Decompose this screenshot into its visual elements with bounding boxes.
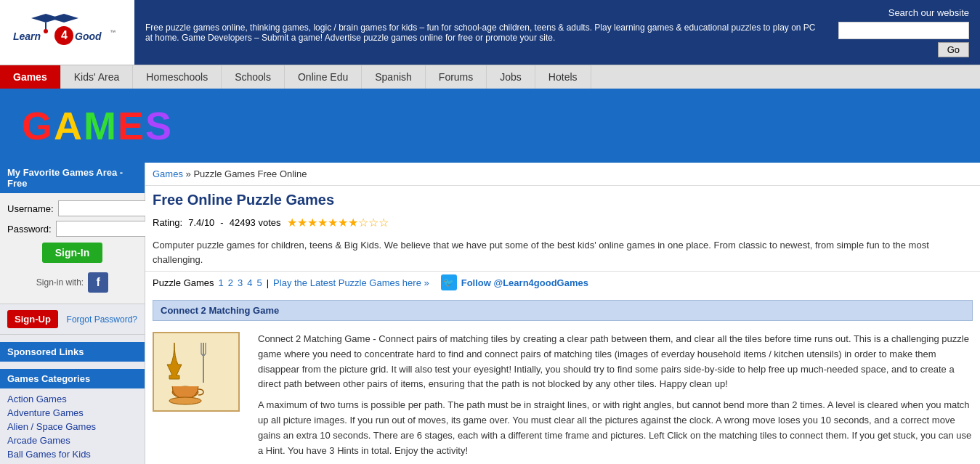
rating-area: Rating: 7.4/10 - 42493 votes ★★★★★★★☆☆☆ [145,211,980,234]
description-text: Computer puzzle games for children, teen… [153,240,929,265]
category-ball-games[interactable]: Ball Games for Kids [7,447,137,461]
puzzle-page-2[interactable]: 2 [228,277,233,288]
forgot-password-link[interactable]: Forgot Password? [67,314,137,325]
fav-games-header: My Favorite Games Area - Free [0,163,145,193]
nav-item-homeschools[interactable]: Homeschools [133,65,222,89]
svg-text:Good: Good [75,30,102,42]
logo-area: Learn 4 Good ™ [0,0,134,65]
search-input[interactable] [838,22,969,39]
star-rating: ★★★★★★★☆☆☆ [287,216,389,229]
breadcrumb-current: Puzzle Games Free Online [193,168,307,179]
signup-area: Sign-Up Forgot Password? [0,304,145,335]
main-layout: My Favorite Games Area - Free Username: … [0,163,980,464]
rating-votes: 42493 votes [230,217,281,228]
search-area: Search our website Go [827,0,980,65]
game-description-area: Computer puzzle games for children, teen… [145,234,980,272]
nav-item-forums[interactable]: Forums [426,65,487,89]
category-arcade-games[interactable]: Arcade Games [7,434,137,447]
game-content: Connect 2 Matching Game - Connect pairs … [145,325,980,464]
svg-point-15 [169,397,201,404]
puzzle-page-4[interactable]: 4 [247,277,252,288]
logo: Learn 4 Good ™ [9,9,126,55]
nav-item-games[interactable]: Games [0,65,61,89]
nav-item-schools[interactable]: Schools [222,65,285,89]
breadcrumb: Games » Puzzle Games Free Online [145,163,980,186]
content-area: Games » Puzzle Games Free Online Free On… [145,163,980,464]
twitter-follow: 🐦 Follow @Learn4goodGames [441,274,588,290]
category-action-games[interactable]: Action Games [7,392,137,406]
pipe-separator: | [267,277,269,288]
games-categories-header: Games Categories [0,369,145,388]
games-title: GAMES [22,103,173,148]
twitter-icon: 🐦 [441,274,457,290]
nav-item-spanish[interactable]: Spanish [362,65,426,89]
game-thumbnail [153,332,247,464]
game-description: Connect 2 Matching Game - Connect pairs … [258,332,973,464]
game-desc-1: Connect 2 Matching Game - Connect pairs … [258,332,973,392]
puzzle-games-label: Puzzle Games [153,277,214,288]
svg-text:™: ™ [110,29,116,36]
svg-point-3 [44,29,48,33]
nav-item-kids[interactable]: Kids' Area [61,65,134,89]
game-thumb-image [153,332,240,412]
rating-separator: - [220,217,223,228]
page-title-area: Free Online Puzzle Games [145,186,980,211]
password-row: Password: [7,221,137,237]
sponsored-links-header: Sponsored Links [0,342,145,362]
games-banner: GAMES [0,89,980,163]
svg-marker-1 [49,14,78,23]
twitter-link[interactable]: Follow @Learn4goodGames [461,277,588,288]
login-form: Username: Password: Sign-In Sign-in with… [0,193,145,304]
puzzle-page-5[interactable]: 5 [256,277,262,288]
search-label: Search our website [888,7,969,18]
breadcrumb-games-link[interactable]: Games [153,168,183,179]
nav-item-online-edu[interactable]: Online Edu [285,65,362,89]
game-desc-2: A maximum of two turns is possible per p… [258,398,973,458]
username-label: Username: [7,203,54,214]
svg-text:Learn: Learn [13,30,41,42]
puzzle-page-1[interactable]: 1 [219,277,224,288]
puzzle-page-3[interactable]: 3 [238,277,243,288]
nav-item-jobs[interactable]: Jobs [487,65,535,89]
signin-with-label: Sign-in with: [36,277,84,288]
username-row: Username: [7,200,137,216]
breadcrumb-separator: » [186,168,191,179]
facebook-icon[interactable]: f [88,272,108,293]
navigation: Games Kids' Area Homeschools Schools Onl… [0,65,980,89]
category-adventure-games[interactable]: Adventure Games [7,406,137,420]
game-section-header: Connect 2 Matching Game [153,300,973,321]
signin-with-area: Sign-in with: f [7,269,137,296]
puzzle-links-area: Puzzle Games 1 2 3 4 5 | Play the Latest… [145,272,980,296]
password-label: Password: [7,224,52,235]
go-button[interactable]: Go [938,42,969,57]
header: Learn 4 Good ™ Free puzzle games online,… [0,0,980,65]
page-title: Free Online Puzzle Games [153,192,973,208]
category-alien-space-games[interactable]: Alien / Space Games [7,420,137,434]
play-latest-link[interactable]: Play the Latest Puzzle Games here » [273,277,429,288]
nav-item-hotels[interactable]: Hotels [535,65,591,89]
tagline-area: Free puzzle games online, thinking games… [134,0,827,65]
sidebar: My Favorite Games Area - Free Username: … [0,163,145,464]
signup-button[interactable]: Sign-Up [7,310,58,328]
rating-value: 7.4/10 [188,217,214,228]
signin-button[interactable]: Sign-In [42,243,102,263]
categories-list: Action Games Adventure Games Alien / Spa… [0,388,145,464]
tagline-text: Free puzzle games online, thinking games… [145,23,817,43]
rating-label: Rating: [153,217,182,228]
svg-text:4: 4 [61,29,68,41]
